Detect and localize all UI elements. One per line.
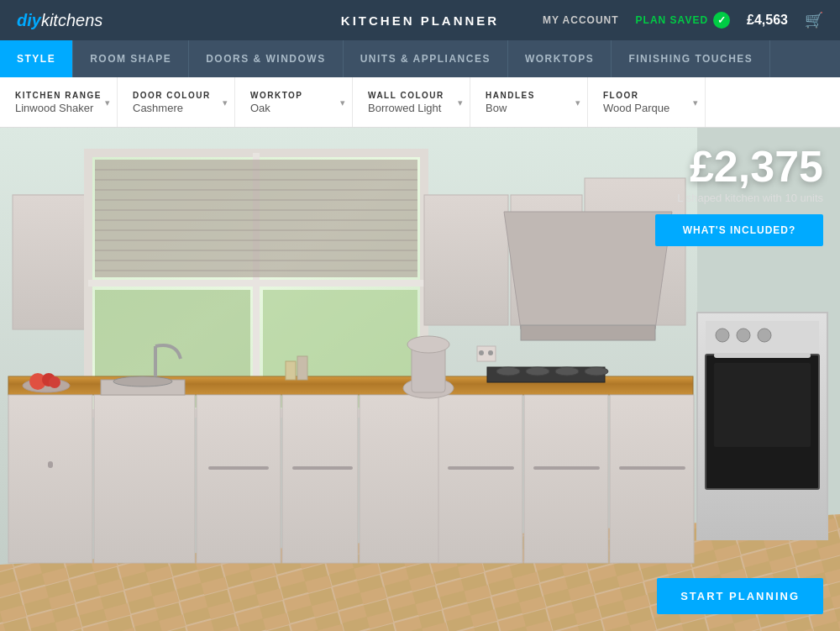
- total-price: £4,563: [747, 13, 788, 28]
- nav-item-units-appliances[interactable]: UNITS & APPLIANCES: [344, 40, 508, 77]
- wall-colour-label: WALL COLOUR: [368, 91, 454, 100]
- kitchen-range-value: Linwood Shaker: [15, 102, 102, 114]
- svg-point-49: [555, 367, 579, 376]
- svg-rect-67: [297, 356, 307, 380]
- start-planning-button[interactable]: START PLANNING: [657, 578, 823, 614]
- worktop-label: WORKTOP: [250, 91, 337, 100]
- svg-point-48: [526, 367, 549, 376]
- door-colour-label: DOOR COLOUR: [133, 91, 219, 100]
- floor-label: FLOOR: [603, 91, 690, 100]
- nav-item-room-shape[interactable]: ROOM SHAPE: [73, 40, 189, 77]
- top-nav-right: MY ACCOUNT PLAN SAVED ✓ £4,563 🛒: [543, 11, 823, 29]
- svg-rect-38: [197, 395, 281, 563]
- kitchen-range-picker[interactable]: KITCHEN RANGE Linwood Shaker: [0, 77, 118, 127]
- handles-label: HANDLES: [486, 91, 572, 100]
- kitchen-range-label: KITCHEN RANGE: [15, 91, 102, 100]
- logo-kitchens: kitchens: [41, 11, 102, 30]
- svg-rect-26: [424, 195, 508, 325]
- worktop-picker[interactable]: WORKTOP Oak: [235, 77, 353, 127]
- kitchen-canvas: £2,375 L shaped kitchen with 10 units WH…: [0, 128, 840, 631]
- worktop-value: Oak: [250, 102, 337, 114]
- svg-rect-62: [714, 353, 811, 358]
- svg-rect-12: [95, 160, 417, 277]
- svg-point-50: [585, 367, 608, 376]
- svg-point-47: [496, 367, 520, 376]
- nav-item-finishing-touches[interactable]: FINISHING TOUCHES: [612, 40, 770, 77]
- wall-colour-value: Borrowed Light: [368, 102, 454, 114]
- door-colour-picker[interactable]: DOOR COLOUR Cashmere: [118, 77, 235, 127]
- svg-rect-34: [94, 395, 195, 563]
- svg-rect-40: [282, 395, 358, 563]
- svg-point-59: [716, 329, 729, 342]
- logo-diy: diy: [17, 11, 41, 30]
- svg-marker-29: [504, 212, 672, 329]
- style-toolbar: KITCHEN RANGE Linwood Shaker DOOR COLOUR…: [0, 77, 840, 128]
- svg-rect-51: [524, 395, 608, 563]
- floor-value: Wood Parque: [603, 102, 690, 114]
- cart-icon[interactable]: 🛒: [805, 11, 823, 29]
- nav-item-doors-windows[interactable]: DOORS & WINDOWS: [189, 40, 344, 77]
- logo[interactable]: diy kitchens: [17, 11, 102, 30]
- nav-item-worktops[interactable]: WORKTOPS: [508, 40, 612, 77]
- svg-point-65: [407, 336, 449, 353]
- svg-rect-42: [360, 395, 439, 563]
- plan-saved-indicator: PLAN SAVED ✓: [636, 12, 730, 29]
- handles-picker[interactable]: HANDLES Bow: [470, 77, 588, 127]
- kitchen-price: £2,375: [655, 145, 823, 188]
- price-overlay: £2,375 L shaped kitchen with 10 units WH…: [655, 145, 823, 246]
- svg-point-61: [758, 329, 771, 342]
- plan-saved-check-icon: ✓: [713, 12, 730, 29]
- svg-point-60: [737, 329, 750, 342]
- whats-included-button[interactable]: WHAT'S INCLUDED?: [655, 214, 823, 246]
- svg-rect-7: [13, 195, 88, 329]
- svg-rect-57: [714, 363, 811, 447]
- plan-saved-label: PLAN SAVED: [636, 14, 708, 26]
- kitchen-description: L shaped kitchen with 10 units: [655, 192, 823, 204]
- svg-rect-30: [521, 325, 655, 340]
- door-colour-value: Cashmere: [133, 102, 219, 114]
- svg-point-36: [113, 376, 172, 386]
- svg-rect-32: [8, 395, 92, 563]
- wall-colour-picker[interactable]: WALL COLOUR Borrowed Light: [353, 77, 470, 127]
- svg-point-73: [479, 350, 484, 355]
- svg-rect-66: [286, 361, 296, 380]
- secondary-navigation: STYLE ROOM SHAPE DOORS & WINDOWS UNITS &…: [0, 40, 840, 77]
- my-account-link[interactable]: MY ACCOUNT: [543, 14, 619, 26]
- top-navigation: diy kitchens KITCHEN PLANNER MY ACCOUNT …: [0, 0, 840, 40]
- svg-rect-31: [8, 376, 437, 395]
- nav-item-style[interactable]: STYLE: [0, 40, 73, 77]
- svg-point-74: [488, 350, 493, 355]
- page-title: KITCHEN PLANNER: [341, 13, 499, 28]
- svg-point-71: [49, 376, 60, 388]
- floor-picker[interactable]: FLOOR Wood Parque: [588, 77, 706, 127]
- svg-rect-53: [610, 395, 694, 563]
- handles-value: Bow: [486, 102, 572, 114]
- svg-rect-44: [438, 395, 522, 563]
